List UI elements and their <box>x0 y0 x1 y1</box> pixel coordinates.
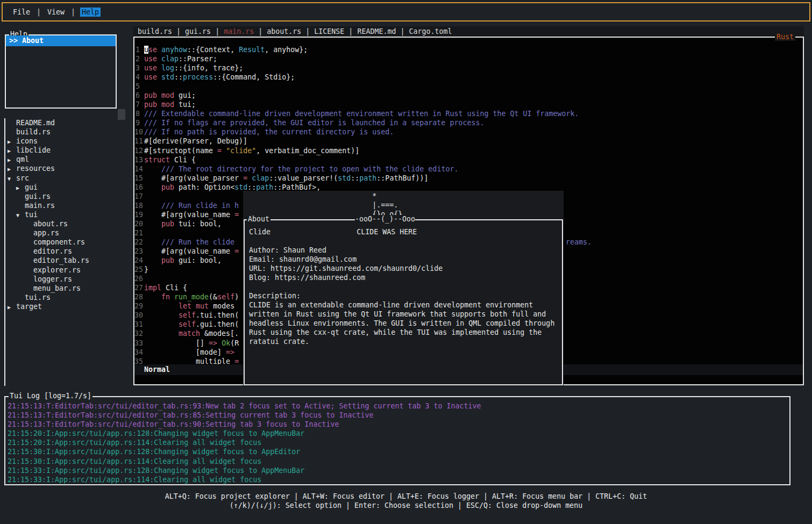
tab-LICENSE[interactable]: LICENSE <box>314 27 344 35</box>
tab-separator: | <box>344 27 357 35</box>
line-number: 27 <box>134 283 144 292</box>
explorer-item-label: logger.rs <box>33 275 72 283</box>
tab-README.md[interactable]: README.md <box>357 27 396 35</box>
tui-log-title: Tui Log [log=1.7/s] <box>9 392 92 400</box>
explorer-item-gui[interactable]: ▶gui <box>5 183 129 192</box>
tab-gui.rs[interactable]: gui.rs <box>185 27 211 35</box>
editor-tab-bar: build.rs | gui.rs | main.rs | about.rs |… <box>133 26 804 37</box>
explorer-item-README.md[interactable]: README.md <box>5 118 129 127</box>
menu-item-view[interactable]: View <box>46 8 66 17</box>
code-line-1[interactable]: 1use anyhow::{Context, Result, anyhow}; <box>134 45 802 54</box>
chevron-collapsed-icon: ▶ <box>16 183 25 192</box>
line-number: 17 <box>134 192 144 201</box>
explorer-item-tui[interactable]: ▼tui <box>5 210 129 219</box>
tab-Cargo.toml[interactable]: Cargo.toml <box>409 27 452 35</box>
explorer-item-label: gui.rs <box>25 192 51 200</box>
tab-separator: | <box>396 27 409 35</box>
code-line-3[interactable]: 3use log::{info, trace}; <box>134 63 802 73</box>
shortcut-help-bar: ALT+Q: Focus project explorer | ALT+W: F… <box>0 492 812 510</box>
explorer-item-editor_tab.rs[interactable]: editor_tab.rs <box>5 256 129 265</box>
menu-item-help[interactable]: Help <box>80 8 101 17</box>
code-line-14[interactable]: 14 /// The root directory for the projec… <box>134 164 802 174</box>
menu-item-file[interactable]: File <box>11 8 32 17</box>
log-entry: 21:15:33:I:App:src/tui/app.rs:128:Changi… <box>8 466 789 475</box>
line-number: 34 <box>134 348 144 357</box>
line-number: 10 <box>134 127 144 137</box>
line-number: 5 <box>134 82 144 91</box>
explorer-item-icons[interactable]: ▶icons <box>5 137 129 146</box>
code-line-12[interactable]: 12#[structopt(name = "clide", verbatim_d… <box>134 146 802 155</box>
log-entry: 21:15:30:I:App:src/tui/app.rs:128:Changi… <box>8 447 789 456</box>
line-number: 29 <box>134 302 144 311</box>
explorer-item-label: build.rs <box>16 128 51 136</box>
log-entry: 21:15:20:I:App:src/tui/app.rs:114:Cleari… <box>8 438 789 447</box>
explorer-item-label: resources <box>16 164 55 173</box>
explorer-item-main.rs[interactable]: main.rs <box>5 201 129 210</box>
tab-about.rs[interactable]: about.rs <box>267 27 301 35</box>
code-line-11[interactable]: 11#[derive(Parser, Debug)] <box>134 137 802 146</box>
explorer-item-label: editor.rs <box>33 247 72 255</box>
menu-bar: File|View|Help <box>2 2 810 21</box>
explorer-item-label: src <box>16 174 29 182</box>
tab-main.rs[interactable]: main.rs <box>224 27 254 35</box>
line-number: 19 <box>134 210 144 219</box>
help-dropdown-item-about[interactable]: >> About <box>6 35 116 46</box>
code-line-15[interactable]: 15 #[arg(value_parser = clap::value_pars… <box>134 174 802 183</box>
explorer-item-label: qml <box>16 155 29 163</box>
explorer-item-build.rs[interactable]: build.rs <box>5 127 129 137</box>
explorer-item-tui.rs[interactable]: tui.rs <box>5 293 129 302</box>
explorer-item-label: menu_bar.rs <box>33 284 81 292</box>
code-line-2[interactable]: 2use clap::Parser; <box>134 54 802 63</box>
explorer-item-menu_bar.rs[interactable]: menu_bar.rs <box>5 284 129 293</box>
explorer-item-label: component.rs <box>33 238 85 246</box>
code-line-9[interactable]: 9/// If no flags are provided, the GUI e… <box>134 118 802 127</box>
explorer-item-label: app.rs <box>33 229 59 237</box>
line-number: 15 <box>134 174 144 183</box>
about-popup-box: About -ooO--(_)--Ooo Clide CLIDE WAS HER… <box>244 219 563 385</box>
line-number: 20 <box>134 219 144 228</box>
tab-build.rs[interactable]: build.rs <box>138 27 172 35</box>
explorer-item-label: gui <box>25 183 38 191</box>
explorer-item-target[interactable]: ▶target <box>5 302 129 311</box>
explorer-item-label: tui.rs <box>25 293 51 302</box>
log-entry: 21:15:33:I:App:src/tui/app.rs:114:Cleari… <box>8 475 789 484</box>
code-line-10[interactable]: 10/// If no path is provided, the curren… <box>134 127 802 137</box>
shortcut-help-line-2: (↑/k)/(↓/j): Select option | Enter: Choo… <box>0 501 812 510</box>
shortcut-help-line-1: ALT+Q: Focus project explorer | ALT+W: F… <box>0 492 812 501</box>
explorer-item-component.rs[interactable]: component.rs <box>5 238 129 247</box>
explorer-item-src[interactable]: ▼src <box>5 174 129 183</box>
explorer-item-explorer.rs[interactable]: explorer.rs <box>5 265 129 275</box>
explorer-item-qml[interactable]: ▶qml <box>5 155 129 164</box>
explorer-item-editor.rs[interactable]: editor.rs <box>5 247 129 256</box>
chevron-collapsed-icon: ▶ <box>8 155 16 164</box>
explorer-item-logger.rs[interactable]: logger.rs <box>5 275 129 284</box>
line-number: 28 <box>134 292 144 302</box>
line-number: 4 <box>134 73 144 82</box>
code-line-6[interactable]: 6pub mod gui; <box>134 91 802 100</box>
explorer-item-libclide[interactable]: ▶libclide <box>5 146 129 155</box>
code-line-7[interactable]: 7pub mod tui; <box>134 100 802 109</box>
line-number: 9 <box>134 118 144 127</box>
line-number: 26 <box>134 274 144 283</box>
explorer-item-app.rs[interactable]: app.rs <box>5 228 129 238</box>
line-number: 12 <box>134 146 144 155</box>
about-popup: * |.===. {}o o{} About -ooO--(_)--Ooo Cl… <box>243 191 564 386</box>
explorer-item-gui.rs[interactable]: gui.rs <box>5 192 129 201</box>
code-line-13[interactable]: 13struct Cli { <box>134 155 802 164</box>
explorer-item-about.rs[interactable]: about.rs <box>5 219 129 228</box>
code-line-4[interactable]: 4use std::process::{Command, Stdio}; <box>134 73 802 82</box>
help-dropdown: Help >> About <box>5 34 117 109</box>
line-number: 6 <box>134 91 144 100</box>
chevron-expanded-icon: ▼ <box>16 211 25 220</box>
log-entry: 21:15:20:I:App:src/tui/app.rs:128:Changi… <box>8 429 789 438</box>
line-number: 33 <box>134 339 144 348</box>
line-number: 18 <box>134 201 144 210</box>
explorer-item-resources[interactable]: ▶resources <box>5 164 129 173</box>
log-lines: 21:15:13:T:EditorTab:src/tui/editor_tab.… <box>5 397 789 484</box>
code-line-5[interactable]: 5 <box>134 82 802 91</box>
code-line-8[interactable]: 8/// Extendable command-line driven deve… <box>134 109 802 118</box>
explorer-item-label: README.md <box>16 119 55 127</box>
about-ascii-art-feet: -ooO--(_)--Ooo <box>355 215 415 223</box>
line-number: 8 <box>134 109 144 118</box>
project-explorer: README.mdbuild.rs▶icons▶libclide▶qml▶res… <box>4 118 129 386</box>
